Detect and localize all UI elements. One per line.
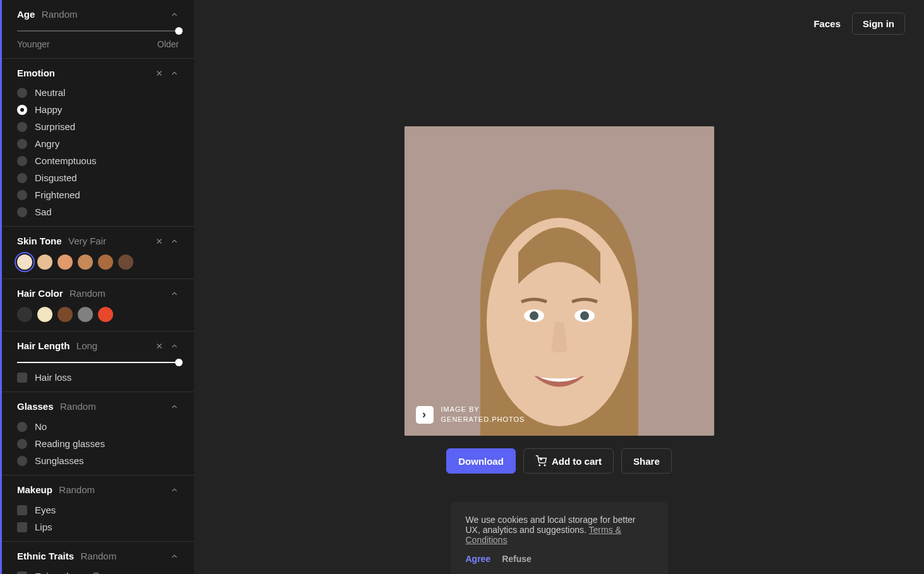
skintone-swatch-2[interactable] — [58, 254, 73, 270]
makeup-option-eyes[interactable]: Eyes — [17, 505, 179, 515]
chevron-up-icon[interactable] — [170, 486, 179, 494]
hairlength-title: Hair Length — [17, 340, 70, 351]
svg-point-14 — [580, 311, 589, 320]
close-icon[interactable] — [155, 342, 164, 350]
hairlength-slider[interactable] — [17, 362, 179, 363]
emotion-option-frightened[interactable]: Frightened — [17, 189, 179, 200]
age-title: Age — [17, 9, 35, 20]
haircolor-swatch-2[interactable] — [58, 307, 73, 322]
glasses-option-reading-glasses[interactable]: Reading glasses — [17, 438, 179, 449]
wm-line2: GENERATED.PHOTOS — [441, 415, 525, 424]
hairloss-checkbox[interactable]: Hair loss — [17, 372, 179, 383]
chevron-up-icon[interactable] — [170, 289, 179, 298]
skintone-section: Skin Tone Very Fair — [2, 227, 194, 279]
glasses-option-no[interactable]: No — [17, 421, 179, 432]
ethnic-value: Random — [80, 551, 116, 561]
makeup-title: Makeup — [17, 484, 52, 495]
topbar: Faces Sign in — [794, 0, 924, 47]
faces-link[interactable]: Faces — [813, 18, 841, 29]
signin-button[interactable]: Sign in — [852, 13, 905, 35]
emotion-option-neutral[interactable]: Neutral — [17, 87, 179, 98]
glasses-value: Random — [60, 401, 96, 412]
skintone-value: Very Fair — [68, 236, 106, 246]
watermark-logo-icon: › — [416, 406, 434, 424]
wm-line1: IMAGE BY — [441, 405, 525, 414]
age-slider[interactable] — [17, 30, 179, 32]
svg-point-16 — [544, 465, 545, 466]
hairlength-value: Long — [76, 340, 97, 351]
add-to-cart-button[interactable]: Add to cart — [523, 448, 614, 474]
emotion-option-disgusted[interactable]: Disgusted — [17, 172, 179, 183]
ethnic-section: Ethnic Traits Random Epicanthus — [2, 542, 194, 574]
age-min-label: Younger — [17, 39, 50, 49]
chevron-up-icon[interactable] — [170, 402, 179, 411]
emotion-option-sad[interactable]: Sad — [17, 206, 179, 217]
download-button[interactable]: Download — [446, 448, 516, 474]
epicanthus-label: Epicanthus — [35, 571, 82, 574]
chevron-up-icon[interactable] — [170, 342, 179, 350]
haircolor-title: Hair Color — [17, 288, 63, 299]
skintone-swatch-4[interactable] — [98, 254, 113, 270]
skintone-swatch-3[interactable] — [78, 254, 93, 270]
age-value: Random — [42, 9, 78, 20]
glasses-title: Glasses — [17, 401, 54, 412]
add-to-cart-label: Add to cart — [552, 456, 602, 467]
makeup-option-lips[interactable]: Lips — [17, 522, 179, 532]
emotion-section: Emotion NeutralHappySurprisedAngryContem… — [2, 59, 194, 227]
cart-plus-icon — [535, 455, 547, 467]
svg-point-15 — [539, 465, 540, 466]
emotion-option-happy[interactable]: Happy — [17, 104, 179, 115]
refuse-button[interactable]: Refuse — [502, 554, 532, 564]
chevron-up-icon[interactable] — [170, 237, 179, 246]
haircolor-section: Hair Color Random — [2, 279, 194, 332]
hairlength-section: Hair Length Long Hair loss — [2, 332, 194, 392]
share-button[interactable]: Share — [621, 448, 672, 474]
close-icon[interactable] — [155, 237, 164, 246]
emotion-option-contemptuous[interactable]: Contemptuous — [17, 155, 179, 166]
face-container: › IMAGE BY GENERATED.PHOTOS Download Add… — [404, 126, 714, 474]
info-icon[interactable] — [92, 572, 100, 575]
age-max-label: Older — [157, 39, 179, 49]
haircolor-swatch-3[interactable] — [78, 307, 93, 322]
emotion-option-angry[interactable]: Angry — [17, 138, 179, 149]
chevron-up-icon[interactable] — [170, 69, 179, 78]
skintone-swatch-0[interactable] — [17, 254, 32, 270]
chevron-up-icon[interactable] — [170, 10, 179, 19]
haircolor-swatch-0[interactable] — [17, 307, 32, 322]
skintone-title: Skin Tone — [17, 236, 62, 246]
skintone-swatch-1[interactable] — [37, 254, 52, 270]
skintone-swatch-5[interactable] — [118, 254, 133, 270]
main-area: Faces Sign in › IMA — [194, 0, 924, 574]
emotion-option-surprised[interactable]: Surprised — [17, 121, 179, 132]
agree-button[interactable]: Agree — [466, 554, 491, 564]
makeup-value: Random — [59, 484, 95, 495]
cookie-consent: We use cookies and local storage for bet… — [451, 502, 668, 574]
sidebar: Age Random Younger Older Emotion Neutral… — [0, 0, 194, 574]
glasses-option-sunglasses[interactable]: Sunglasses — [17, 455, 179, 466]
makeup-section: Makeup Random EyesLips — [2, 475, 194, 542]
glasses-section: Glasses Random NoReading glassesSunglass… — [2, 392, 194, 475]
hairloss-label: Hair loss — [35, 372, 71, 383]
haircolor-swatch-4[interactable] — [98, 307, 113, 322]
action-buttons: Download Add to cart Share — [404, 448, 714, 474]
close-icon[interactable] — [155, 69, 164, 78]
watermark: › IMAGE BY GENERATED.PHOTOS — [416, 405, 525, 424]
ethnic-title: Ethnic Traits — [17, 551, 74, 561]
haircolor-value: Random — [70, 288, 106, 299]
age-section: Age Random Younger Older — [2, 0, 194, 59]
svg-point-13 — [530, 311, 538, 320]
generated-face-image: › IMAGE BY GENERATED.PHOTOS — [404, 126, 714, 436]
emotion-title: Emotion — [17, 68, 55, 78]
haircolor-swatch-1[interactable] — [37, 307, 52, 322]
epicanthus-checkbox[interactable]: Epicanthus — [17, 571, 179, 574]
chevron-up-icon[interactable] — [170, 552, 179, 561]
